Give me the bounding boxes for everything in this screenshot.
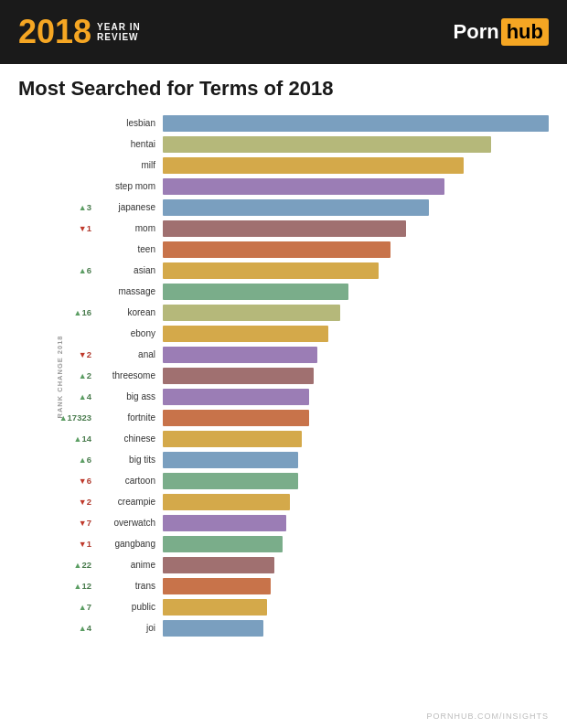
bar-label: massage xyxy=(97,286,163,296)
bar-row: ▲ 17323fortnite xyxy=(35,408,549,427)
bar xyxy=(163,431,302,447)
rank-change-value: ▲ 7 xyxy=(35,602,97,612)
bar-label: joi xyxy=(97,623,163,633)
rank-change-value: ▼ 6 xyxy=(35,476,97,486)
triangle-up-icon: ▲ xyxy=(74,308,82,317)
bar-container xyxy=(163,284,549,300)
triangle-up-icon: ▲ xyxy=(79,624,87,633)
year-2018: 2018 xyxy=(18,16,91,48)
bar-container xyxy=(163,389,549,405)
bar-row: ▼ 1gangbang xyxy=(35,534,549,553)
bar-label: japanese xyxy=(97,202,163,212)
bar-label: ebony xyxy=(97,328,163,338)
bar xyxy=(163,515,286,531)
bar-container xyxy=(163,410,549,426)
rank-change-value: ▲ 3 xyxy=(35,202,97,212)
bar xyxy=(163,178,444,195)
bar-label: public xyxy=(97,602,163,612)
bar-container xyxy=(163,536,549,552)
bars-area: lesbianhentaimilfstep mom▲ 3japanese▼ 1m… xyxy=(35,113,549,639)
bar-container xyxy=(163,178,549,195)
bar-label: creampie xyxy=(97,497,163,507)
year-in-review-logo: 2018 YEAR IN REVIEW xyxy=(18,16,141,48)
bar xyxy=(163,368,314,384)
triangle-up-icon: ▲ xyxy=(74,434,82,444)
bar-label: overwatch xyxy=(97,518,163,528)
triangle-up-icon: ▲ xyxy=(79,371,87,380)
bar xyxy=(163,115,549,132)
triangle-up-icon: ▲ xyxy=(79,266,87,275)
bar-row: hentai xyxy=(35,134,549,154)
bar-row: ▲ 22anime xyxy=(35,555,549,574)
triangle-down-icon: ▼ xyxy=(79,519,87,528)
bar-container xyxy=(163,473,549,489)
year-sub-line1: YEAR IN xyxy=(97,22,141,32)
bar-container xyxy=(163,241,549,258)
bar-container xyxy=(163,199,549,216)
rank-change-value: ▲ 17323 xyxy=(35,412,97,423)
bar-label: big ass xyxy=(97,391,163,401)
bar-container xyxy=(163,347,549,363)
rank-change-label: RANK CHANGE 2018 xyxy=(56,335,64,418)
rank-change-value: ▲ 16 xyxy=(35,307,97,317)
bar xyxy=(163,410,309,426)
bar-container xyxy=(163,557,549,573)
bar xyxy=(163,452,298,468)
bar-container xyxy=(163,220,549,237)
bar-container xyxy=(163,578,549,594)
bar-container xyxy=(163,136,549,153)
bar xyxy=(163,578,271,594)
bar-label: milf xyxy=(97,160,163,170)
bar-row: step mom xyxy=(35,177,549,196)
bar xyxy=(163,305,340,321)
triangle-down-icon: ▼ xyxy=(79,224,87,233)
bar-row: ▼ 1mom xyxy=(35,219,549,238)
bar xyxy=(163,220,406,237)
bar-row: ▼ 2anal xyxy=(35,345,549,364)
logo-hub: hub xyxy=(501,18,549,46)
bar-label: anime xyxy=(97,560,163,570)
rank-change-value: ▲ 4 xyxy=(35,391,97,401)
bar-label: step mom xyxy=(97,181,163,191)
bar-row: lesbian xyxy=(35,113,549,133)
bar-row: massage xyxy=(35,282,549,301)
year-sub-line2: REVIEW xyxy=(97,32,141,42)
bar-container xyxy=(163,157,549,174)
bar xyxy=(163,326,328,342)
bar-container xyxy=(163,620,549,637)
bar xyxy=(163,199,429,216)
bar-row: ▲ 3japanese xyxy=(35,198,549,217)
bar-row: ▲ 2threesome xyxy=(35,366,549,385)
rank-change-axis: RANK CHANGE 2018 xyxy=(18,113,35,639)
bar-row: teen xyxy=(35,240,549,259)
bar-label: korean xyxy=(97,307,163,317)
bar xyxy=(163,157,464,174)
bar-container xyxy=(163,326,549,342)
triangle-up-icon: ▲ xyxy=(79,203,87,212)
header: 2018 YEAR IN REVIEW Porn hub xyxy=(0,0,567,64)
bar-label: threesome xyxy=(97,370,163,380)
rank-change-value: ▲ 12 xyxy=(35,581,97,591)
bar-label: trans xyxy=(97,581,163,591)
bar xyxy=(163,389,309,405)
pornhub-logo: Porn hub xyxy=(454,18,549,46)
triangle-up-icon: ▲ xyxy=(74,561,82,570)
triangle-down-icon: ▼ xyxy=(79,350,87,359)
rank-change-value: ▼ 7 xyxy=(35,518,97,528)
rank-change-value: ▲ 4 xyxy=(35,623,97,633)
bar-row: ▲ 12trans xyxy=(35,576,549,595)
chart-title: Most Searched for Terms of 2018 xyxy=(18,77,549,101)
bar-container xyxy=(163,599,549,616)
bar-container xyxy=(163,431,549,447)
bar-row: ▲ 6big tits xyxy=(35,450,549,469)
bar xyxy=(163,536,283,552)
bar-label: chinese xyxy=(97,434,163,444)
bar xyxy=(163,473,298,489)
bar-label: gangbang xyxy=(97,539,163,549)
bar-row: ebony xyxy=(35,324,549,343)
bar-container xyxy=(163,262,549,279)
rank-change-value: ▼ 2 xyxy=(35,497,97,507)
bar xyxy=(163,241,390,258)
triangle-up-icon: ▲ xyxy=(74,582,82,591)
main-content: Most Searched for Terms of 2018 RANK CHA… xyxy=(0,64,567,648)
